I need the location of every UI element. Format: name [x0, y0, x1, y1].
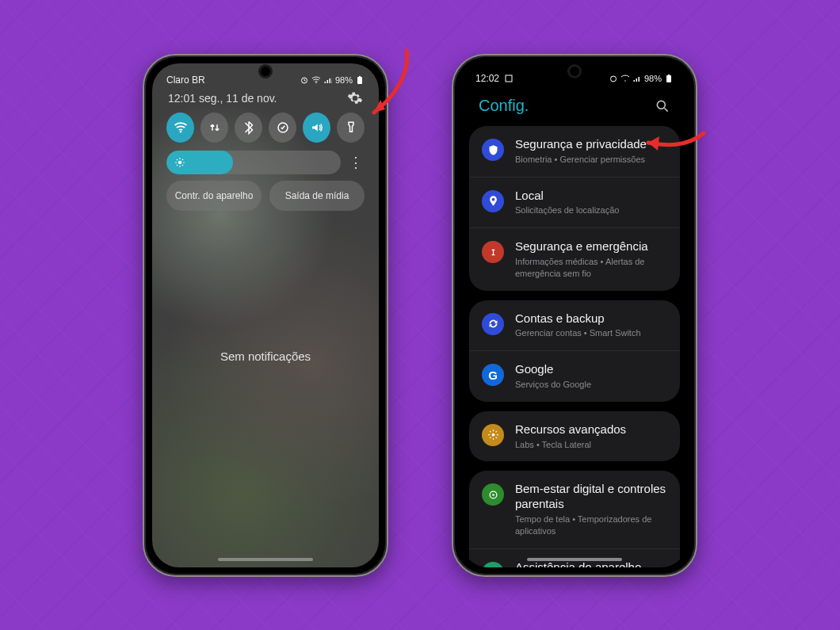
- screenshot-icon: [504, 74, 514, 83]
- item-google[interactable]: G Google Serviços do Google: [469, 350, 680, 402]
- item-title: Contas e backup: [515, 311, 667, 326]
- carrier-label: Claro BR: [166, 74, 205, 86]
- status-icons: 98%: [609, 74, 674, 83]
- device-controls-label: Contr. do aparelho: [175, 190, 254, 201]
- brightness-row: ⋮: [152, 147, 379, 181]
- svg-rect-15: [492, 250, 493, 254]
- svg-point-16: [491, 433, 494, 437]
- camera-notch: [570, 67, 579, 76]
- item-title: Local: [515, 189, 667, 204]
- gear-icon[interactable]: [347, 90, 363, 106]
- svg-rect-13: [491, 249, 494, 250]
- media-output-label: Saída de mídia: [285, 190, 349, 201]
- settings-group: Recursos avançados Labs • Tecla Lateral: [469, 411, 680, 462]
- svg-rect-11: [668, 74, 670, 75]
- item-title: Google: [515, 362, 667, 377]
- item-sub: Informações médicas • Alertas de emergên…: [515, 256, 667, 280]
- quick-settings-panel: Claro BR 98% 12:01 seg., 11 de nov.: [152, 63, 379, 567]
- signal-icon: [323, 75, 333, 85]
- svg-rect-2: [357, 77, 362, 84]
- item-sub: Solicitações de localização: [515, 204, 667, 216]
- svg-point-8: [610, 76, 616, 82]
- gesture-bar[interactable]: [218, 558, 313, 561]
- svg-rect-7: [506, 75, 512, 82]
- item-sub: Serviços do Google: [515, 379, 667, 391]
- time-label: 12:02: [475, 73, 499, 84]
- google-icon: G: [482, 364, 504, 386]
- battery-icon: [664, 74, 674, 83]
- wifi-icon: [620, 74, 630, 83]
- device-controls-button[interactable]: Contr. do aparelho: [166, 181, 262, 211]
- settings-title: Config.: [479, 97, 529, 115]
- qs-date: 12:01 seg., 11 de nov.: [168, 92, 277, 105]
- signal-icon: [632, 74, 642, 83]
- annotation-arrow-right: [639, 127, 710, 170]
- svg-rect-10: [666, 75, 671, 82]
- settings-group: Contas e backup Gerenciar contas • Smart…: [469, 300, 680, 402]
- item-digital-wellbeing[interactable]: Bem-estar digital e controles parentais …: [469, 471, 680, 548]
- settings-group: Bem-estar digital e controles parentais …: [469, 471, 680, 567]
- svg-point-9: [624, 80, 626, 82]
- battery-percent: 98%: [335, 75, 353, 85]
- gesture-bar[interactable]: [527, 558, 622, 561]
- svg-point-18: [492, 494, 494, 496]
- battery-percent: 98%: [644, 74, 662, 83]
- item-title: Assistência do aparelho: [515, 560, 667, 567]
- side-button: [387, 238, 388, 277]
- advanced-icon: [482, 424, 504, 446]
- settings-header: Config.: [461, 86, 688, 126]
- item-sub: Labs • Tecla Lateral: [515, 439, 667, 451]
- svg-rect-14: [491, 254, 494, 255]
- side-button: [387, 166, 388, 230]
- tile-bluetooth[interactable]: [235, 113, 262, 143]
- sun-icon: [174, 157, 185, 168]
- alarm-icon: [609, 74, 618, 83]
- sos-icon: [482, 241, 504, 263]
- svg-point-1: [315, 82, 317, 84]
- search-icon[interactable]: [655, 98, 670, 114]
- side-button: [696, 238, 697, 277]
- media-output-button[interactable]: Saída de mídia: [269, 181, 365, 211]
- tile-wifi[interactable]: [166, 113, 194, 143]
- assist-icon: [482, 562, 504, 567]
- pin-icon: [482, 190, 504, 212]
- item-title: Segurança e emergência: [515, 239, 667, 254]
- qs-header: 12:01 seg., 11 de nov.: [152, 87, 379, 111]
- phone-left: Claro BR 98% 12:01 seg., 11 de nov.: [143, 54, 388, 577]
- item-sub: Gerenciar contas • Smart Switch: [515, 327, 667, 339]
- side-button: [696, 166, 697, 230]
- alarm-icon: [300, 75, 309, 85]
- shield-icon: [482, 139, 504, 161]
- item-location[interactable]: Local Solicitações de localização: [469, 177, 680, 228]
- item-title: Bem-estar digital e controles parentais: [515, 482, 667, 512]
- brightness-slider[interactable]: [166, 151, 341, 174]
- svg-rect-3: [359, 76, 361, 77]
- wifi-icon: [311, 75, 321, 85]
- item-emergency[interactable]: Segurança e emergência Informações médic…: [469, 227, 680, 290]
- no-notifications-label: Sem notificações: [152, 349, 379, 362]
- item-title: Recursos avançados: [515, 422, 667, 437]
- more-icon[interactable]: ⋮: [347, 154, 365, 171]
- tile-flashlight[interactable]: [337, 113, 365, 143]
- wellbeing-icon: [482, 483, 504, 506]
- tile-sound[interactable]: [303, 113, 330, 143]
- qs-links: Contr. do aparelho Saída de mídia: [152, 181, 379, 219]
- item-sub: Tempo de tela • Temporizadores de aplica…: [515, 514, 667, 537]
- camera-notch: [261, 67, 270, 76]
- svg-point-12: [657, 101, 665, 109]
- background-pattern: [0, 0, 840, 630]
- annotation-arrow-left: [363, 44, 418, 127]
- item-advanced[interactable]: Recursos avançados Labs • Tecla Lateral: [469, 411, 680, 462]
- svg-marker-22: [648, 136, 659, 151]
- status-icons: 98%: [300, 75, 365, 85]
- svg-point-6: [178, 161, 182, 165]
- sync-icon: [482, 313, 504, 335]
- tile-power-save[interactable]: [269, 113, 296, 143]
- settings-list[interactable]: Segurança e privacidade Biometria • Gere…: [461, 126, 688, 567]
- tile-data[interactable]: [200, 113, 228, 143]
- svg-point-4: [179, 131, 181, 132]
- qs-tiles: [152, 111, 379, 147]
- item-accounts-backup[interactable]: Contas e backup Gerenciar contas • Smart…: [469, 300, 680, 351]
